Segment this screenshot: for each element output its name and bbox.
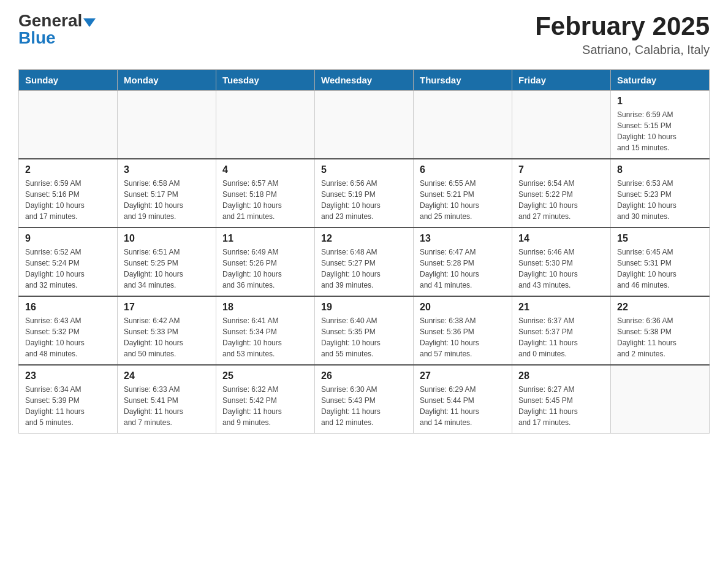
day-info: Sunrise: 6:49 AM Sunset: 5:26 PM Dayligh…: [222, 247, 308, 291]
day-info: Sunrise: 6:43 AM Sunset: 5:32 PM Dayligh…: [25, 315, 111, 359]
calendar-cell: 1Sunrise: 6:59 AM Sunset: 5:15 PM Daylig…: [611, 91, 710, 159]
day-number: 19: [321, 302, 407, 313]
day-info: Sunrise: 6:59 AM Sunset: 5:16 PM Dayligh…: [25, 178, 111, 222]
day-number: 3: [124, 164, 210, 175]
day-info: Sunrise: 6:51 AM Sunset: 5:25 PM Dayligh…: [124, 247, 210, 291]
day-number: 10: [124, 233, 210, 244]
day-info: Sunrise: 6:41 AM Sunset: 5:34 PM Dayligh…: [222, 315, 308, 359]
calendar-cell: 16Sunrise: 6:43 AM Sunset: 5:32 PM Dayli…: [19, 296, 118, 365]
calendar-cell: 23Sunrise: 6:34 AM Sunset: 5:39 PM Dayli…: [19, 365, 118, 434]
calendar-cell: 14Sunrise: 6:46 AM Sunset: 5:30 PM Dayli…: [512, 228, 611, 296]
day-number: 21: [518, 302, 604, 313]
calendar-cell: 4Sunrise: 6:57 AM Sunset: 5:18 PM Daylig…: [216, 159, 315, 228]
calendar-cell: 12Sunrise: 6:48 AM Sunset: 5:27 PM Dayli…: [315, 228, 414, 296]
calendar-cell: [512, 91, 611, 159]
calendar-cell: 26Sunrise: 6:30 AM Sunset: 5:43 PM Dayli…: [315, 365, 414, 434]
day-number: 2: [25, 164, 111, 175]
calendar-header-row: SundayMondayTuesdayWednesdayThursdayFrid…: [19, 70, 710, 91]
day-number: 20: [420, 302, 506, 313]
title-area: February 2025 Satriano, Calabria, Italy: [535, 12, 710, 57]
calendar-cell: 20Sunrise: 6:38 AM Sunset: 5:36 PM Dayli…: [414, 296, 512, 365]
day-number: 15: [617, 233, 703, 244]
calendar-cell: 28Sunrise: 6:27 AM Sunset: 5:45 PM Dayli…: [512, 365, 611, 434]
calendar-week-row: 9Sunrise: 6:52 AM Sunset: 5:24 PM Daylig…: [19, 228, 710, 296]
day-info: Sunrise: 6:40 AM Sunset: 5:35 PM Dayligh…: [321, 315, 407, 359]
day-number: 1: [617, 96, 703, 107]
day-info: Sunrise: 6:54 AM Sunset: 5:22 PM Dayligh…: [518, 178, 604, 222]
calendar-cell: 2Sunrise: 6:59 AM Sunset: 5:16 PM Daylig…: [19, 159, 118, 228]
day-number: 11: [222, 233, 308, 244]
calendar-cell: 15Sunrise: 6:45 AM Sunset: 5:31 PM Dayli…: [611, 228, 710, 296]
day-number: 8: [617, 164, 703, 175]
day-number: 27: [420, 370, 506, 381]
calendar-cell: 11Sunrise: 6:49 AM Sunset: 5:26 PM Dayli…: [216, 228, 315, 296]
day-info: Sunrise: 6:38 AM Sunset: 5:36 PM Dayligh…: [420, 315, 506, 359]
calendar-cell: 7Sunrise: 6:54 AM Sunset: 5:22 PM Daylig…: [512, 159, 611, 228]
day-header-thursday: Thursday: [414, 70, 512, 91]
calendar-cell: 21Sunrise: 6:37 AM Sunset: 5:37 PM Dayli…: [512, 296, 611, 365]
logo-general-text: General: [18, 11, 82, 30]
day-info: Sunrise: 6:42 AM Sunset: 5:33 PM Dayligh…: [124, 315, 210, 359]
calendar-cell: [216, 91, 315, 159]
day-info: Sunrise: 6:58 AM Sunset: 5:17 PM Dayligh…: [124, 178, 210, 222]
calendar-cell: [19, 91, 118, 159]
calendar-cell: [611, 365, 710, 434]
calendar-table: SundayMondayTuesdayWednesdayThursdayFrid…: [18, 69, 710, 434]
day-number: 22: [617, 302, 703, 313]
day-header-friday: Friday: [512, 70, 611, 91]
logo-top: General: [18, 12, 96, 29]
day-info: Sunrise: 6:29 AM Sunset: 5:44 PM Dayligh…: [420, 384, 506, 428]
calendar-cell: 9Sunrise: 6:52 AM Sunset: 5:24 PM Daylig…: [19, 228, 118, 296]
calendar-cell: 17Sunrise: 6:42 AM Sunset: 5:33 PM Dayli…: [118, 296, 216, 365]
calendar-cell: 10Sunrise: 6:51 AM Sunset: 5:25 PM Dayli…: [118, 228, 216, 296]
day-number: 18: [222, 302, 308, 313]
calendar-cell: 19Sunrise: 6:40 AM Sunset: 5:35 PM Dayli…: [315, 296, 414, 365]
day-info: Sunrise: 6:59 AM Sunset: 5:15 PM Dayligh…: [617, 109, 703, 153]
day-number: 9: [25, 233, 111, 244]
day-number: 25: [222, 370, 308, 381]
day-info: Sunrise: 6:33 AM Sunset: 5:41 PM Dayligh…: [124, 384, 210, 428]
calendar-cell: 18Sunrise: 6:41 AM Sunset: 5:34 PM Dayli…: [216, 296, 315, 365]
calendar-week-row: 16Sunrise: 6:43 AM Sunset: 5:32 PM Dayli…: [19, 296, 710, 365]
calendar-cell: 8Sunrise: 6:53 AM Sunset: 5:23 PM Daylig…: [611, 159, 710, 228]
calendar-week-row: 1Sunrise: 6:59 AM Sunset: 5:15 PM Daylig…: [19, 91, 710, 159]
day-header-wednesday: Wednesday: [315, 70, 414, 91]
day-number: 17: [124, 302, 210, 313]
day-number: 12: [321, 233, 407, 244]
day-info: Sunrise: 6:37 AM Sunset: 5:37 PM Dayligh…: [518, 315, 604, 359]
day-header-monday: Monday: [118, 70, 216, 91]
day-number: 5: [321, 164, 407, 175]
day-number: 24: [124, 370, 210, 381]
day-number: 4: [222, 164, 308, 175]
day-header-sunday: Sunday: [19, 70, 118, 91]
day-info: Sunrise: 6:56 AM Sunset: 5:19 PM Dayligh…: [321, 178, 407, 222]
calendar-cell: 5Sunrise: 6:56 AM Sunset: 5:19 PM Daylig…: [315, 159, 414, 228]
day-info: Sunrise: 6:30 AM Sunset: 5:43 PM Dayligh…: [321, 384, 407, 428]
day-number: 26: [321, 370, 407, 381]
calendar-cell: 24Sunrise: 6:33 AM Sunset: 5:41 PM Dayli…: [118, 365, 216, 434]
calendar-cell: [414, 91, 512, 159]
day-info: Sunrise: 6:34 AM Sunset: 5:39 PM Dayligh…: [25, 384, 111, 428]
day-number: 23: [25, 370, 111, 381]
day-info: Sunrise: 6:47 AM Sunset: 5:28 PM Dayligh…: [420, 247, 506, 291]
calendar-cell: 3Sunrise: 6:58 AM Sunset: 5:17 PM Daylig…: [118, 159, 216, 228]
calendar-cell: 13Sunrise: 6:47 AM Sunset: 5:28 PM Dayli…: [414, 228, 512, 296]
month-title: February 2025: [535, 12, 710, 40]
day-number: 28: [518, 370, 604, 381]
day-info: Sunrise: 6:48 AM Sunset: 5:27 PM Dayligh…: [321, 247, 407, 291]
logo: General Blue: [18, 12, 96, 47]
day-number: 16: [25, 302, 111, 313]
day-header-tuesday: Tuesday: [216, 70, 315, 91]
day-number: 6: [420, 164, 506, 175]
day-info: Sunrise: 6:52 AM Sunset: 5:24 PM Dayligh…: [25, 247, 111, 291]
day-number: 7: [518, 164, 604, 175]
day-info: Sunrise: 6:45 AM Sunset: 5:31 PM Dayligh…: [617, 247, 703, 291]
day-number: 13: [420, 233, 506, 244]
calendar-cell: [315, 91, 414, 159]
calendar-week-row: 23Sunrise: 6:34 AM Sunset: 5:39 PM Dayli…: [19, 365, 710, 434]
day-info: Sunrise: 6:46 AM Sunset: 5:30 PM Dayligh…: [518, 247, 604, 291]
calendar-cell: 6Sunrise: 6:55 AM Sunset: 5:21 PM Daylig…: [414, 159, 512, 228]
day-info: Sunrise: 6:53 AM Sunset: 5:23 PM Dayligh…: [617, 178, 703, 222]
logo-blue-text: Blue: [18, 29, 56, 47]
day-info: Sunrise: 6:27 AM Sunset: 5:45 PM Dayligh…: [518, 384, 604, 428]
